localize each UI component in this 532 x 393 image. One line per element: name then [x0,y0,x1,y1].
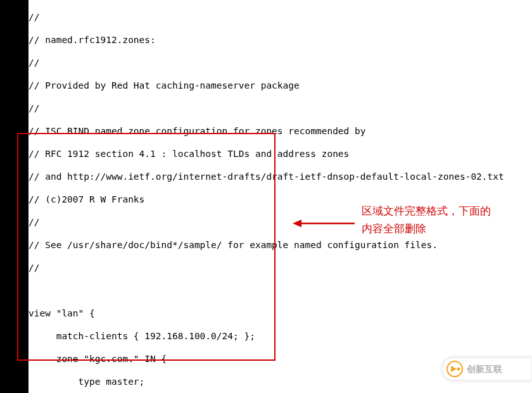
watermark-logo-icon [446,361,463,377]
watermark-badge: 创新互联 [442,358,532,380]
code-line: // See /usr/share/doc/bind*/sample/ for … [28,239,532,251]
code-line: // RFC 1912 section 4.1 : localhost TLDs… [28,148,532,159]
annotation-line: 区域文件完整格式，下面的 [362,203,526,220]
code-line: // [28,103,532,114]
code-line: // [28,262,532,273]
code-line: // named.rfc1912.zones: [28,34,532,46]
arrow-left-icon [293,218,355,228]
svg-marker-1 [293,220,301,227]
code-editor-content: // // named.rfc1912.zones: // // Provide… [28,0,532,393]
code-line: // and http://www.ietf.org/internet-draf… [28,171,532,182]
annotation-line: 内容全部删除 [362,220,526,238]
code-line: match-clients { 192.168.100.0/24; }; [28,330,532,342]
code-line: // [28,57,532,68]
code-line: // Provided by Red Hat caching-nameserve… [28,80,532,91]
code-line [28,285,532,296]
watermark-label: 创新互联 [467,363,502,375]
line-number-gutter [0,0,28,393]
annotation-text: 区域文件完整格式，下面的 内容全部删除 [362,203,526,238]
code-line: // [28,11,532,23]
code-line: view "lan" { [28,308,532,319]
code-line: // ISC BIND named zone configuration for… [28,125,532,137]
svg-point-3 [457,368,460,371]
